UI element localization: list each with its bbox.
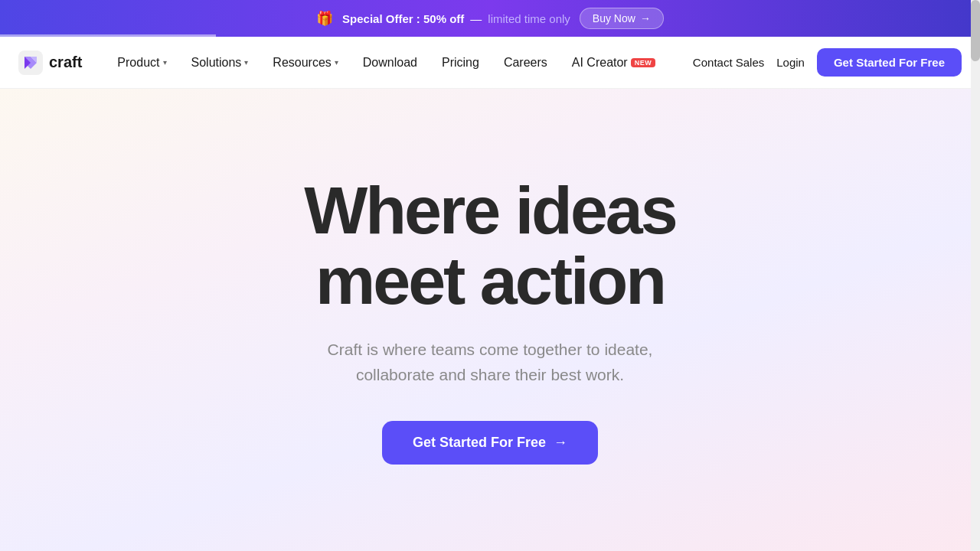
hero-subtitle: Craft is where teams come together to id… <box>328 337 653 387</box>
nav-item-product[interactable]: Product ▾ <box>106 50 177 76</box>
limited-time-text: limited time only <box>488 12 570 25</box>
nav-links: Product ▾ Solutions ▾ Resources ▾ Downlo… <box>106 50 693 76</box>
separator: — <box>470 12 482 25</box>
hero-cta-button[interactable]: Get Started For Free → <box>382 421 598 465</box>
buy-now-button[interactable]: Buy Now → <box>580 8 664 29</box>
offer-text: Special Offer : 50% off <box>342 12 464 25</box>
hero-title-line2: meet action <box>315 243 665 318</box>
hero-title: Where ideas meet action <box>304 175 675 317</box>
nav-item-careers[interactable]: Careers <box>493 50 558 76</box>
banner-text: Special Offer : 50% off — limited time o… <box>342 12 570 25</box>
scrollbar[interactable] <box>971 0 980 551</box>
nav-item-download[interactable]: Download <box>352 50 428 76</box>
banner-progress-bar <box>0 34 216 37</box>
login-link[interactable]: Login <box>776 56 805 69</box>
craft-logo-icon <box>18 51 43 75</box>
contact-sales-link[interactable]: Contact Sales <box>693 56 764 69</box>
hero-title-line1: Where ideas <box>304 172 675 248</box>
nav-item-ai-creator[interactable]: AI Creator NEW <box>561 50 666 76</box>
nav-ai-creator-label: AI Creator <box>572 56 628 70</box>
navbar: craft Product ▾ Solutions ▾ Resources ▾ … <box>0 37 980 89</box>
logo[interactable]: craft <box>18 51 82 75</box>
nav-cta-button[interactable]: Get Started For Free <box>817 48 962 77</box>
gift-icon: 🎁 <box>316 10 333 27</box>
nav-solutions-label: Solutions <box>191 56 242 70</box>
logo-text: craft <box>49 54 82 71</box>
nav-pricing-label: Pricing <box>442 56 479 70</box>
resources-chevron-icon: ▾ <box>335 58 338 67</box>
hero-cta-arrow: → <box>554 435 567 451</box>
nav-resources-label: Resources <box>273 56 331 70</box>
nav-item-resources[interactable]: Resources ▾ <box>262 50 348 76</box>
nav-item-pricing[interactable]: Pricing <box>431 50 490 76</box>
nav-item-solutions[interactable]: Solutions ▾ <box>181 50 260 76</box>
hero-section: Where ideas meet action Craft is where t… <box>0 89 980 551</box>
nav-careers-label: Careers <box>504 56 547 70</box>
scrollbar-thumb[interactable] <box>971 0 980 61</box>
solutions-chevron-icon: ▾ <box>244 58 248 67</box>
hero-cta-label: Get Started For Free <box>413 435 546 451</box>
nav-product-label: Product <box>117 56 159 70</box>
promo-banner: 🎁 Special Offer : 50% off — limited time… <box>0 0 980 37</box>
nav-right: Contact Sales Login Get Started For Free <box>693 48 962 77</box>
nav-download-label: Download <box>363 56 417 70</box>
page-wrapper: 🎁 Special Offer : 50% off — limited time… <box>0 0 980 551</box>
product-chevron-icon: ▾ <box>163 58 167 67</box>
new-badge: NEW <box>631 58 656 67</box>
